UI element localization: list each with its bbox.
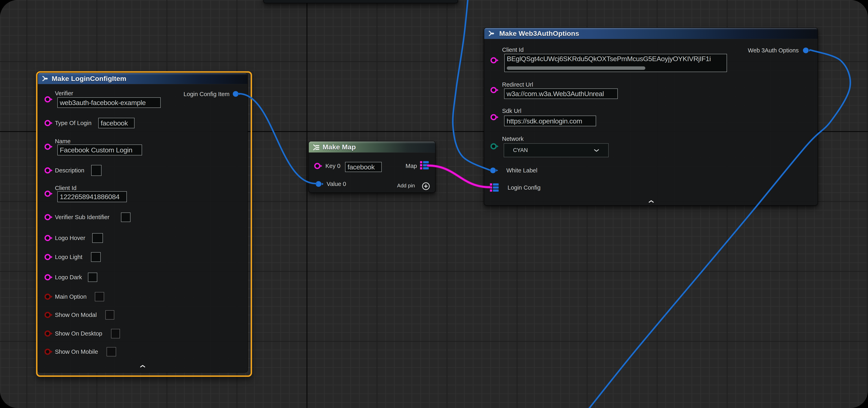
wire-top-to-whitelabel[interactable] xyxy=(453,0,490,170)
wire-top-to-whitelabel-core xyxy=(453,0,490,170)
blueprint-graph-canvas[interactable]: Make LoginConfigItem Verifier web3auth-f… xyxy=(0,0,868,408)
wire-web3authoptions-out[interactable] xyxy=(586,50,850,408)
wire-map-to-loginconfig-core xyxy=(428,166,490,187)
wire-loginconfigitem-to-value0-core xyxy=(239,94,316,183)
wire-web3authoptions-out-core xyxy=(586,50,850,408)
wire-layer xyxy=(0,0,868,408)
